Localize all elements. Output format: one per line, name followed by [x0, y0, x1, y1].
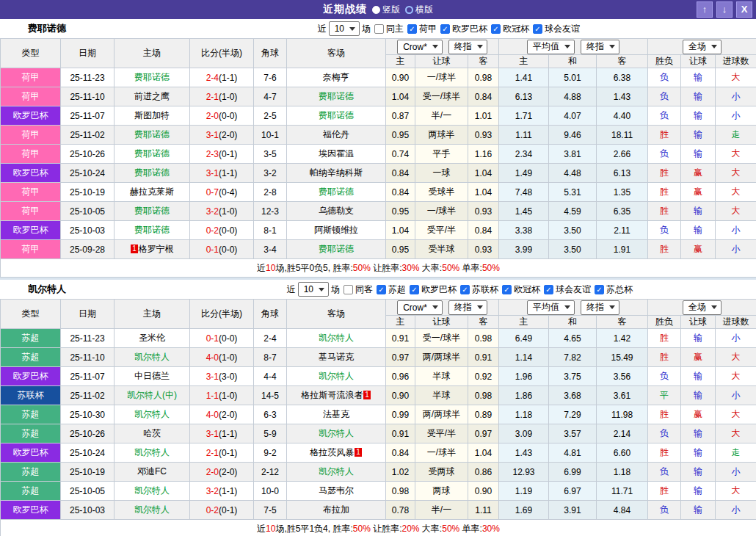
- league-checkbox-欧冠杯[interactable]: ✓: [502, 285, 512, 294]
- avg-home-odds: 1.69: [499, 501, 549, 520]
- match-row: 荷甲25-10-05费耶诺德3-2(1-0)12-3乌德勒支0.95一/球半0.…: [1, 202, 756, 221]
- avg-draw-odds: 6.99: [549, 463, 597, 482]
- col-crow-away: 客: [468, 55, 499, 68]
- home-team: 斯图加特: [115, 106, 190, 126]
- halftime-score: (1-1): [219, 486, 237, 496]
- result-winloss: 胜: [648, 405, 681, 424]
- col-avg-draw: 和: [549, 55, 597, 68]
- league-checkbox-苏总杯[interactable]: ✓: [595, 285, 604, 294]
- halftime-score: (2-0): [219, 467, 237, 477]
- match-row: 欧罗巴杯25-11-07中日德兰3-1(3-0)4-4凯尔特人0.96半球0.9…: [1, 367, 756, 386]
- radio-unselected-icon[interactable]: [405, 6, 413, 14]
- chevron-down-icon: [477, 305, 483, 309]
- final-odds-select-2[interactable]: 终指: [581, 300, 619, 315]
- result-goals: 大: [716, 367, 756, 386]
- avg-home-odds: 1.11: [499, 126, 549, 145]
- result-handicap: 输: [681, 424, 716, 443]
- avg-away-odds: 4.84: [597, 501, 648, 520]
- away-team-name: 费耶诺德: [319, 244, 354, 254]
- league-label: 苏联杯: [472, 283, 498, 296]
- match-date: 25-10-05: [61, 202, 115, 221]
- radio-vertical-layout[interactable]: 竖版: [372, 4, 400, 16]
- scroll-up-button[interactable]: ↑: [697, 1, 713, 18]
- result-winloss: 负: [648, 367, 681, 386]
- halftime-score: (0-0): [219, 245, 237, 255]
- same-venue-checkbox[interactable]: [344, 285, 353, 294]
- close-button[interactable]: X: [736, 1, 752, 18]
- average-select[interactable]: 平均值: [527, 40, 575, 54]
- result-winloss: 负: [648, 106, 681, 126]
- away-team: 基马诺克: [287, 348, 386, 367]
- league-checkbox-荷甲[interactable]: ✓: [407, 24, 417, 34]
- result-goals: 小: [716, 329, 756, 348]
- final-odds-select-2[interactable]: 终指: [581, 40, 619, 54]
- away-team-name: 费耶诺德: [319, 110, 354, 120]
- halftime-score: (0-1): [219, 448, 237, 458]
- section-feyenoord: 费耶诺德 近10场同主✓荷甲✓欧罗巴杯✓欧冠杯✓球会友谊 类型 日期 主场 比分…: [0, 19, 756, 278]
- avg-home-odds: 1.71: [499, 106, 549, 126]
- away-team-name: 布拉加: [323, 504, 349, 515]
- avg-home-odds: 3.38: [499, 221, 549, 240]
- score: 4-0(2-0): [190, 405, 254, 424]
- radio-horizontal-layout[interactable]: 横版: [405, 4, 433, 16]
- scroll-down-button[interactable]: ↓: [716, 1, 733, 18]
- match-date: 25-11-02: [61, 386, 115, 405]
- league-checkbox-球会友谊[interactable]: ✓: [544, 285, 553, 294]
- crow-handicap: 半/一: [415, 501, 468, 520]
- league-checkbox-苏超[interactable]: ✓: [377, 285, 386, 294]
- score: 3-1(1-1): [190, 424, 254, 443]
- league-checkbox-苏联杯[interactable]: ✓: [460, 285, 470, 294]
- crow-home-odds: 1.04: [386, 87, 415, 106]
- home-team: 赫拉克莱斯: [115, 183, 190, 202]
- match-count-select[interactable]: 10: [298, 282, 329, 297]
- away-team-name: 基马诺克: [319, 352, 354, 362]
- provider-select[interactable]: Crow*: [397, 300, 443, 315]
- away-team: 凯尔特人: [287, 367, 386, 386]
- avg-draw-odds: 5.01: [549, 68, 597, 87]
- score: 3-1(1-1): [190, 164, 254, 183]
- chevron-down-icon: [609, 45, 615, 48]
- fulltime-select[interactable]: 全场: [683, 300, 722, 315]
- league-checkbox-欧罗巴杯[interactable]: ✓: [410, 285, 419, 294]
- avg-draw-odds: 7.29: [549, 405, 597, 424]
- result-handicap: 输: [681, 501, 716, 520]
- crow-home-odds: 0.84: [386, 164, 415, 183]
- crow-away-odds: 0.93: [468, 202, 499, 221]
- result-winloss: 平: [648, 386, 681, 405]
- fulltime-score: 3-1: [206, 168, 219, 178]
- crow-handicap: 两球: [415, 482, 468, 501]
- match-count-select[interactable]: 10: [329, 21, 360, 36]
- league-checkbox-欧冠杯[interactable]: ✓: [491, 24, 501, 34]
- radio-selected-icon[interactable]: [372, 6, 380, 14]
- avg-draw-odds: 7.82: [549, 348, 597, 367]
- corners: 3-4: [254, 240, 287, 259]
- match-date: 25-09-28: [61, 240, 115, 259]
- summary-segment: 近: [257, 263, 266, 273]
- match-row: 荷甲25-11-02费耶诺德3-1(2-0)10-1福伦丹0.95两球半0.93…: [1, 126, 756, 145]
- same-venue-checkbox[interactable]: [374, 24, 384, 34]
- fulltime-select[interactable]: 全场: [683, 40, 722, 54]
- score: 2-1(0-1): [190, 443, 254, 463]
- provider-select[interactable]: Crow*: [397, 40, 443, 54]
- crow-away-odds: 1.04: [468, 443, 499, 463]
- score: 1-1(1-0): [190, 386, 254, 405]
- result-goals: 小: [716, 240, 756, 259]
- average-select[interactable]: 平均值: [527, 300, 575, 315]
- league-checkbox-欧罗巴杯[interactable]: ✓: [440, 24, 450, 34]
- home-team-name: 圣米伦: [139, 333, 165, 343]
- league-checkbox-球会友谊[interactable]: ✓: [533, 24, 542, 34]
- away-team-name: 乌德勒支: [319, 206, 354, 216]
- final-odds-select[interactable]: 终指: [448, 40, 487, 54]
- crow-away-odds: 0.90: [468, 482, 499, 501]
- result-winloss: 负: [648, 87, 681, 106]
- col-corners: 角球: [254, 300, 287, 329]
- crow-handicap: 两/两球半: [415, 348, 468, 367]
- avg-home-odds: 3.09: [499, 424, 549, 443]
- avg-home-odds: 12.93: [499, 463, 549, 482]
- crow-home-odds: 0.74: [386, 145, 415, 164]
- avg-home-odds: 1.41: [499, 68, 549, 87]
- final-odds-select[interactable]: 终指: [448, 300, 487, 315]
- crow-away-odds: 1.04: [468, 164, 499, 183]
- result-handicap: 输: [681, 443, 716, 463]
- away-team: 费耶诺德: [287, 240, 386, 259]
